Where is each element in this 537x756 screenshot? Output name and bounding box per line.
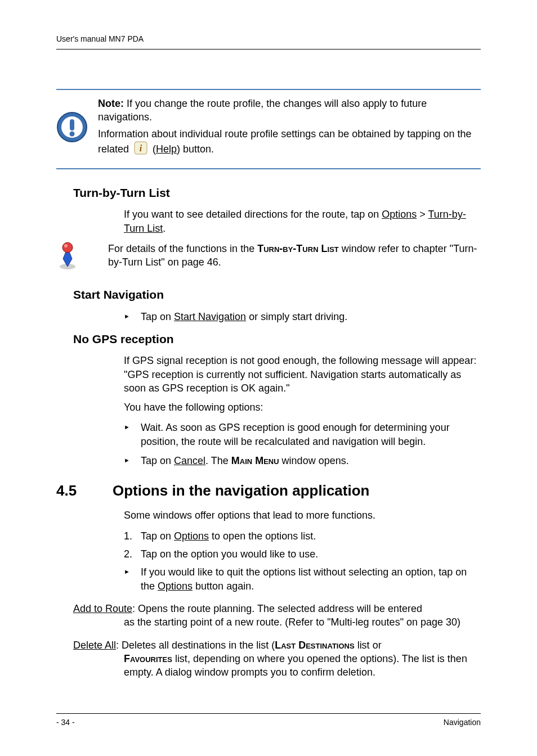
nogps-li2c: window opens. <box>279 455 349 466</box>
turn-info-a: For details of the functions in the <box>108 243 257 254</box>
page-header: User's manual MN7 PDA <box>56 34 481 50</box>
turn-gt: > <box>417 209 428 220</box>
note-p2a: Information about individual route profi… <box>98 128 471 154</box>
def-del-win2: Favourites <box>124 653 172 664</box>
note-p1: If you change the route profile, the cha… <box>98 98 427 123</box>
section-intro-text: Some windows offer options that lead to … <box>124 508 481 522</box>
nogps-heading: No GPS reception <box>73 331 481 347</box>
note-label: Note: <box>98 98 124 109</box>
note-box: Note: If you change the route profile, t… <box>56 89 481 169</box>
nogps-list: Wait. As soon as GPS reception is good e… <box>124 421 481 467</box>
page-number: - 34 - <box>56 717 75 728</box>
section-arrowu: Options <box>158 580 193 592</box>
section-header: 4.5 Options in the navigation applicatio… <box>56 481 481 501</box>
turn-info-row: For details of the functions in the Turn… <box>56 242 481 274</box>
svg-rect-2 <box>70 119 74 130</box>
section-steps: 1. Tap on Options to open the options li… <box>124 529 481 561</box>
step-num: 1. <box>124 529 132 543</box>
turn-info-win: Turn-by-Turn List <box>257 243 339 254</box>
turn-options: Options <box>382 209 417 220</box>
def-add: Add to Route: Opens the route planning. … <box>73 602 481 629</box>
def-del-label: Delete All <box>73 640 116 651</box>
startnav-li1a: Tap on <box>141 311 174 322</box>
nogps-li2a: Tap on <box>141 455 174 466</box>
turn-info-text: For details of the functions in the Turn… <box>108 242 481 269</box>
n1b: to open the options list. <box>209 530 316 542</box>
def-add-body: as the starting point of a new route. (R… <box>124 615 481 629</box>
n2: Tap on the option you would like to use. <box>141 548 318 560</box>
def-del-win1: Last Destinations <box>275 640 354 651</box>
def-del-b: list or <box>355 640 382 651</box>
section-arrow-list: If you would like to quit the options li… <box>124 565 481 593</box>
footer-section: Navigation <box>444 717 481 728</box>
list-item: If you would like to quit the options li… <box>124 565 481 593</box>
nogps-p1: If GPS signal reception is not good enou… <box>124 354 481 395</box>
turn-p1b: . <box>163 223 165 234</box>
list-item: Tap on Start Navigation or simply start … <box>124 310 481 323</box>
svg-point-3 <box>70 132 75 137</box>
turn-heading: Turn-by-Turn List <box>73 185 481 201</box>
turn-p1a: If you want to see detailed directions f… <box>124 209 382 220</box>
nogps-li2b: . The <box>205 455 231 466</box>
note-text: Note: If you change the route profile, t… <box>98 97 481 161</box>
nogps-li2u: Cancel <box>174 455 205 466</box>
list-item: Tap on Cancel. The Main Menu window open… <box>124 454 481 467</box>
section-number: 4.5 <box>56 481 90 501</box>
n1a: Tap on <box>141 530 174 542</box>
list-item: Wait. As soon as GPS reception is good e… <box>124 421 481 448</box>
section-intro: Some windows offer options that lead to … <box>124 508 481 522</box>
nogps-li2win: Main Menu <box>231 455 279 466</box>
turn-body: If you want to see detailed directions f… <box>124 208 481 235</box>
section-title: Options in the navigation application <box>113 481 369 501</box>
def-add-body-inline: : Opens the route planning. The selected… <box>132 603 422 614</box>
def-del-c: list, depending on where you opened the … <box>124 653 467 678</box>
def-del-body: Favourites list, depending on where you … <box>124 652 481 680</box>
pushpin-icon <box>56 242 81 274</box>
nogps-body: If GPS signal reception is not good enou… <box>124 354 481 414</box>
startnav-heading: Start Navigation <box>73 287 481 303</box>
startnav-li1u: Start Navigation <box>174 311 246 322</box>
header-title: User's manual MN7 PDA <box>56 34 144 43</box>
svg-point-8 <box>64 244 68 248</box>
help-icon: i <box>134 141 147 158</box>
svg-point-7 <box>62 242 73 253</box>
startnav-list: Tap on Start Navigation or simply start … <box>124 310 481 323</box>
nogps-p2: You have the following options: <box>124 400 481 414</box>
list-item: 1. Tap on Options to open the options li… <box>124 529 481 543</box>
svg-text:i: i <box>140 143 142 153</box>
alert-icon <box>56 111 88 146</box>
section-arrowb: button again. <box>193 580 254 592</box>
list-item: 2. Tap on the option you would like to u… <box>124 547 481 561</box>
def-del-a: : Deletes all destinations in the list ( <box>116 640 275 651</box>
n1u: Options <box>174 530 209 542</box>
step-num: 2. <box>124 547 132 561</box>
note-p2b: ) button. <box>177 143 214 155</box>
def-add-label: Add to Route <box>73 603 132 614</box>
help-label: Help <box>156 143 177 155</box>
startnav-li1b: or simply start driving. <box>246 311 347 322</box>
page-footer: - 34 - Navigation <box>56 713 481 728</box>
def-del: Delete All: Deletes all destinations in … <box>73 638 481 680</box>
